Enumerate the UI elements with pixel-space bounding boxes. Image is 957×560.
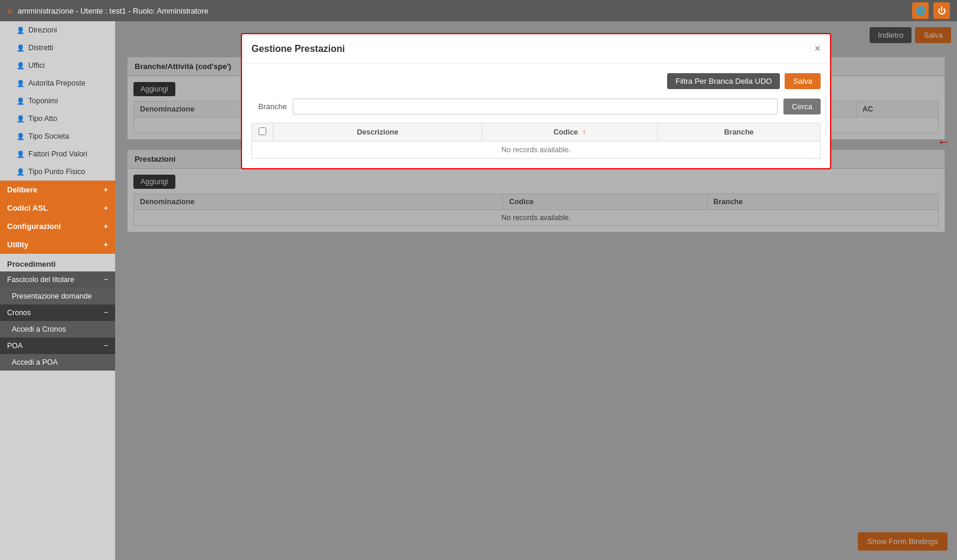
gestione-prestazioni-modal: Gestione Prestazioni × Filtra Per Branca… — [241, 33, 831, 169]
sidebar-item-tipo-atto[interactable]: 👤 Tipo Atto — [0, 110, 115, 127]
plus-icon: + — [103, 240, 108, 249]
content-area: Indietro Salva ← Branche/Attività (cod's… — [115, 21, 957, 560]
col-checkbox-header — [252, 123, 273, 142]
modal-title: Gestione Prestazioni — [252, 44, 345, 54]
col-codice-header: Codice ↑ — [482, 123, 658, 142]
search-label: Branche — [252, 102, 287, 111]
sidebar-section-delibere[interactable]: Delibere + — [0, 181, 115, 199]
sidebar-item-tipo-societa[interactable]: 👤 Tipo Societa — [0, 127, 115, 145]
sidebar-item-toponimi[interactable]: 👤 Toponimi — [0, 92, 115, 110]
select-all-checkbox[interactable] — [259, 127, 266, 135]
sub-item-label: Accedi a POA — [12, 358, 58, 366]
sub-item-label: Presentazione domande — [12, 292, 92, 300]
topbar-back-arrow[interactable]: « — [7, 5, 13, 17]
subsection-label: POA — [7, 342, 22, 350]
topbar-icons: 🌐 ⏻ — [912, 2, 950, 19]
search-row: Branche Cerca — [252, 99, 821, 114]
col-branche-header: Branche — [658, 123, 821, 142]
user-icon: 👤 — [17, 168, 25, 176]
sidebar-item-direzioni[interactable]: 👤 Direzioni — [0, 21, 115, 39]
section-label: Codici ASL — [7, 204, 48, 212]
modal-close-button[interactable]: × — [814, 42, 821, 55]
sort-icon: ↑ — [583, 128, 586, 136]
sidebar-item-label: Toponimi — [28, 97, 58, 105]
sidebar-fascicolo-titolare[interactable]: Fascicolo del titolare − — [0, 271, 115, 288]
section-label: Delibere — [7, 185, 37, 194]
sidebar-item-label: Autorita Preposte — [28, 79, 86, 87]
sidebar-section-utility[interactable]: Utility + — [0, 235, 115, 254]
minus-icon: − — [104, 342, 108, 350]
globe-icon[interactable]: 🌐 — [912, 2, 929, 19]
user-icon: 👤 — [17, 115, 25, 123]
power-icon[interactable]: ⏻ — [933, 2, 950, 19]
user-icon: 👤 — [17, 44, 25, 52]
filtra-branca-button[interactable]: Filtra Per Branca Della UDO — [667, 73, 780, 89]
sidebar-item-autorita[interactable]: 👤 Autorita Preposte — [0, 74, 115, 92]
procedimenti-label: Procedimenti — [0, 254, 115, 271]
user-icon: 👤 — [17, 133, 25, 140]
subsection-label: Cronos — [7, 309, 31, 317]
topbar: « amministrazione - Utente : test1 - Ruo… — [0, 0, 957, 21]
no-records-modal: No records available. — [252, 142, 821, 159]
subsection-label: Fascicolo del titolare — [7, 276, 74, 284]
modal-table: Descrizione Codice ↑ Branche No records … — [252, 123, 821, 159]
table-row: No records available. — [252, 142, 821, 159]
main-layout: 👤 Direzioni 👤 Distretti 👤 Uffici 👤 Autor… — [0, 21, 957, 560]
user-icon: 👤 — [17, 62, 25, 70]
sidebar: 👤 Direzioni 👤 Distretti 👤 Uffici 👤 Autor… — [0, 21, 115, 560]
sidebar-cronos[interactable]: Cronos − — [0, 304, 115, 321]
topbar-title-area: « amministrazione - Utente : test1 - Ruo… — [7, 5, 208, 17]
sidebar-item-label: Distretti — [28, 44, 53, 52]
section-label: Configurazioni — [7, 222, 61, 231]
sidebar-item-fattori[interactable]: 👤 Fattori Prod Valori — [0, 145, 115, 163]
section-label: Utility — [7, 240, 28, 249]
branche-search-input[interactable] — [293, 99, 778, 114]
sidebar-poa[interactable]: POA − — [0, 338, 115, 354]
minus-icon: − — [104, 309, 108, 317]
sidebar-presentazione-domande[interactable]: Presentazione domande — [0, 288, 115, 304]
plus-icon: + — [103, 185, 108, 194]
col-descrizione-header: Descrizione — [273, 123, 482, 142]
user-icon: 👤 — [17, 97, 25, 105]
cerca-button[interactable]: Cerca — [783, 99, 821, 114]
sidebar-item-label: Tipo Atto — [28, 114, 57, 123]
sidebar-item-uffici[interactable]: 👤 Uffici — [0, 57, 115, 74]
minus-icon: − — [104, 276, 108, 284]
user-icon: 👤 — [17, 27, 25, 34]
sidebar-section-codici-asl[interactable]: Codici ASL + — [0, 199, 115, 217]
sidebar-item-tipo-punto[interactable]: 👤 Tipo Punto Fisico — [0, 163, 115, 181]
modal-body: Filtra Per Branca Della UDO Salva Branch… — [242, 64, 830, 168]
sidebar-section-configurazioni[interactable]: Configurazioni + — [0, 217, 115, 235]
modal-overlay: Gestione Prestazioni × Filtra Per Branca… — [115, 21, 957, 560]
plus-icon: + — [103, 204, 108, 212]
modal-toolbar: Filtra Per Branca Della UDO Salva — [252, 73, 821, 89]
modal-salva-button[interactable]: Salva — [785, 73, 821, 89]
sidebar-item-label: Uffici — [28, 61, 45, 70]
user-icon: 👤 — [17, 150, 25, 158]
sidebar-item-distretti[interactable]: 👤 Distretti — [0, 39, 115, 57]
sidebar-item-label: Tipo Societa — [28, 132, 69, 140]
sidebar-accedi-cronos[interactable]: Accedi a Cronos — [0, 321, 115, 338]
sidebar-item-label: Tipo Punto Fisico — [28, 168, 85, 176]
sidebar-item-label: Fattori Prod Valori — [28, 150, 87, 158]
sidebar-item-label: Direzioni — [28, 26, 57, 34]
user-icon: 👤 — [17, 80, 25, 87]
sub-item-label: Accedi a Cronos — [12, 325, 66, 333]
sidebar-accedi-poa[interactable]: Accedi a POA — [0, 354, 115, 371]
topbar-title: amministrazione - Utente : test1 - Ruolo… — [18, 6, 208, 15]
plus-icon: + — [103, 222, 108, 231]
modal-header: Gestione Prestazioni × — [242, 34, 830, 64]
